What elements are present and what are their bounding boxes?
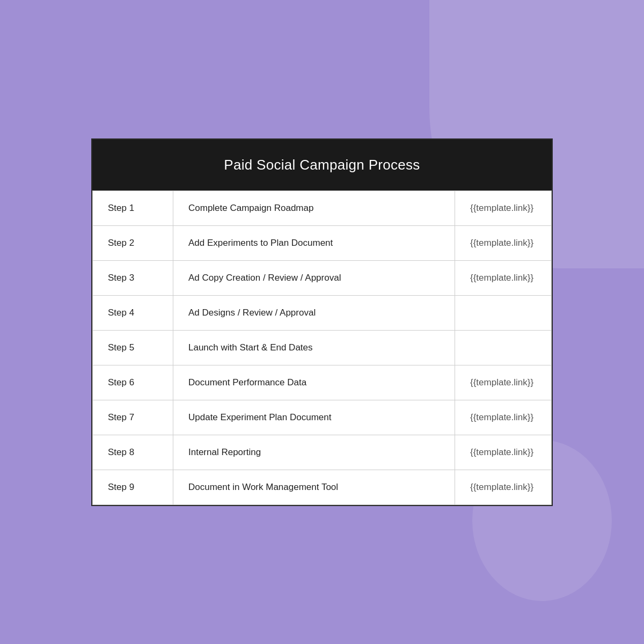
step-label-4: Step 4 <box>93 295 173 330</box>
step-description-8: Internal Reporting <box>173 435 455 470</box>
table-row: Step 1Complete Campaign Roadmap{{templat… <box>93 191 552 225</box>
step-link-7[interactable]: {{template.link}} <box>455 400 552 435</box>
step-label-5: Step 5 <box>93 330 173 365</box>
step-link-9[interactable]: {{template.link}} <box>455 470 552 504</box>
step-label-6: Step 6 <box>93 365 173 400</box>
step-link-8[interactable]: {{template.link}} <box>455 435 552 470</box>
step-description-4: Ad Designs / Review / Approval <box>173 295 455 330</box>
step-link-4 <box>455 295 552 330</box>
table-row: Step 7Update Experiment Plan Document{{t… <box>93 400 552 435</box>
process-table: Step 1Complete Campaign Roadmap{{templat… <box>92 191 552 505</box>
table-row: Step 5Launch with Start & End Dates <box>93 330 552 365</box>
step-description-7: Update Experiment Plan Document <box>173 400 455 435</box>
table-row: Step 9Document in Work Management Tool{{… <box>93 470 552 504</box>
step-link-1[interactable]: {{template.link}} <box>455 191 552 225</box>
step-label-2: Step 2 <box>93 225 173 260</box>
step-description-3: Ad Copy Creation / Review / Approval <box>173 260 455 295</box>
step-link-2[interactable]: {{template.link}} <box>455 225 552 260</box>
step-description-6: Document Performance Data <box>173 365 455 400</box>
step-label-8: Step 8 <box>93 435 173 470</box>
table-row: Step 4Ad Designs / Review / Approval <box>93 295 552 330</box>
main-table-container: Paid Social Campaign Process Step 1Compl… <box>91 138 553 506</box>
table-row: Step 8Internal Reporting{{template.link}… <box>93 435 552 470</box>
table-row: Step 6Document Performance Data{{templat… <box>93 365 552 400</box>
table-row: Step 3Ad Copy Creation / Review / Approv… <box>93 260 552 295</box>
step-label-9: Step 9 <box>93 470 173 504</box>
step-description-9: Document in Work Management Tool <box>173 470 455 504</box>
step-description-5: Launch with Start & End Dates <box>173 330 455 365</box>
step-label-7: Step 7 <box>93 400 173 435</box>
step-description-1: Complete Campaign Roadmap <box>173 191 455 225</box>
step-description-2: Add Experiments to Plan Document <box>173 225 455 260</box>
table-row: Step 2Add Experiments to Plan Document{{… <box>93 225 552 260</box>
step-label-3: Step 3 <box>93 260 173 295</box>
step-link-3[interactable]: {{template.link}} <box>455 260 552 295</box>
step-label-1: Step 1 <box>93 191 173 225</box>
step-link-6[interactable]: {{template.link}} <box>455 365 552 400</box>
table-title: Paid Social Campaign Process <box>92 140 552 191</box>
step-link-5 <box>455 330 552 365</box>
